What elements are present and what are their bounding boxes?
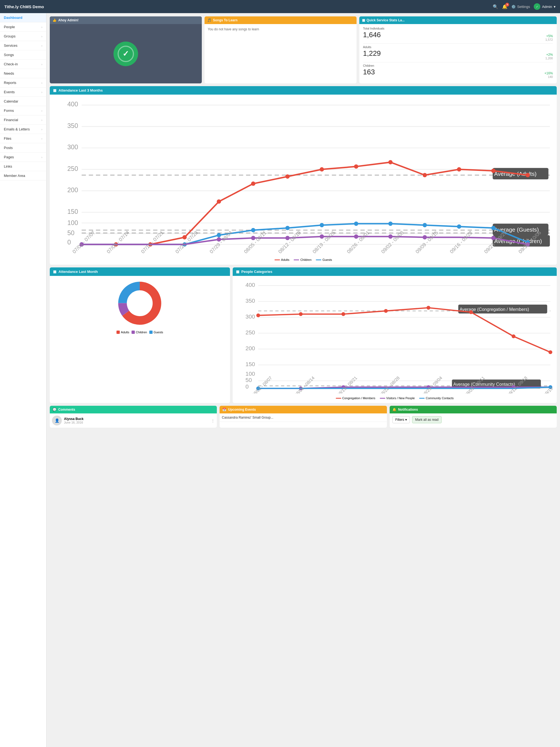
sidebar-item-forms[interactable]: Forms › (0, 106, 46, 115)
grid-icon: ▦ (362, 18, 365, 22)
chevron-right-icon: › (41, 128, 42, 131)
comment-icon: 💬 (52, 408, 57, 412)
svg-point-80 (128, 292, 151, 315)
svg-point-39 (491, 169, 496, 173)
songs-message: You do not have any songs to learn (208, 27, 259, 31)
chevron-down-icon: ▾ (405, 418, 407, 422)
legend-adults: Adults (275, 258, 289, 261)
welcome-card: 👍 Ahoy Admin! ✓ (50, 17, 202, 83)
svg-point-35 (354, 164, 358, 169)
notifications-card: 🔔 Notifications Filters ▾ Mark all as re… (390, 406, 557, 428)
sidebar-item-financial[interactable]: Financial › (0, 115, 46, 125)
visitors-line-icon (380, 398, 385, 398)
children-change: +16% (544, 71, 553, 75)
svg-point-50 (457, 225, 461, 229)
sidebar-item-posts[interactable]: Posts (0, 143, 46, 153)
sidebar-item-dashboard[interactable]: Dashboard (0, 13, 46, 22)
svg-point-44 (251, 228, 255, 232)
attendance-3m-title: Attendance Last 3 Months (58, 88, 103, 93)
svg-point-49 (423, 223, 427, 227)
sidebar-item-needs[interactable]: Needs (0, 69, 46, 78)
donut-legend: Adults Children Guests (117, 331, 163, 334)
sidebar-item-people[interactable]: People › (0, 22, 46, 32)
total-value: 1,646 (363, 31, 381, 39)
bell-icon: 🔔 (392, 408, 397, 412)
calendar-icon: 📅 (222, 408, 226, 412)
chevron-down-icon: ▾ (554, 5, 556, 9)
sidebar-item-pages[interactable]: Pages › (0, 153, 46, 162)
sidebar-item-emails[interactable]: Emails & Letters › (0, 125, 46, 134)
more-options-icon[interactable]: ⋮ (211, 419, 215, 423)
notif-badge: 5 (505, 3, 509, 6)
mark-all-read-button[interactable]: Mark all as read (412, 416, 441, 423)
guests-label: Guests (154, 331, 163, 334)
attendance-3m-body: 400 350 300 250 200 150 100 50 0 (50, 95, 557, 265)
comment-item: 👤 Alyssa Buck June 16, 2016 ⋮ (50, 413, 217, 428)
svg-point-31 (217, 199, 221, 204)
children-prev: 140 (544, 75, 553, 78)
comments-card: 💬 Comments 👤 Alyssa Buck June 16, 2016 ⋮ (50, 406, 217, 428)
filters-button[interactable]: Filters ▾ (392, 416, 410, 423)
sidebar-item-services[interactable]: Services › (0, 41, 46, 50)
chevron-right-icon: › (41, 25, 42, 29)
chevron-right-icon: › (41, 44, 42, 47)
attendance-3m-section: ▦ Attendance Last 3 Months 400 350 300 2… (50, 86, 557, 265)
adults-line-icon (275, 259, 280, 260)
children-stat: Children 163 +16% 140 (363, 64, 553, 78)
sidebar-item-checkin[interactable]: Check-in › (0, 60, 46, 69)
adults-value: 1,229 (363, 49, 381, 58)
svg-text:08/01 - 08/07: 08/01 - 08/07 (251, 376, 273, 394)
children-line-icon (294, 259, 299, 260)
sidebar-item-events[interactable]: Events › (0, 87, 46, 97)
adults-stat: Adults 1,229 +2% 1,200 (363, 45, 553, 60)
legend-congregation: Congregation / Members (336, 396, 376, 400)
comment-date: June 16, 2016 (64, 421, 209, 424)
svg-point-48 (388, 222, 393, 226)
chevron-right-icon: › (41, 137, 42, 140)
sidebar-item-member-area[interactable]: Member Area (0, 171, 46, 180)
comment-text: Alyssa Buck June 16, 2016 (64, 417, 209, 424)
notifications-icon[interactable]: 🔔 5 (502, 4, 508, 9)
svg-point-36 (388, 160, 393, 164)
chevron-right-icon: › (41, 62, 42, 66)
sidebar-item-reports[interactable]: Reports › (0, 78, 46, 87)
music-icon: 🎵 (207, 18, 211, 22)
svg-point-51 (491, 226, 496, 230)
main-content: 👍 Ahoy Admin! ✓ 🎵 Songs To Learn (47, 13, 560, 747)
sidebar-item-groups[interactable]: Groups › (0, 32, 46, 41)
svg-text:250: 250 (67, 165, 78, 172)
people-categories-body: 400 350 300 250 200 150 100 50 0 (233, 276, 557, 403)
settings-button[interactable]: ⚙️ Settings (511, 5, 530, 9)
guests-line-icon (316, 259, 321, 260)
chevron-right-icon: › (41, 91, 42, 94)
sidebar-item-links[interactable]: Links (0, 162, 46, 171)
sidebar-item-calendar[interactable]: Calendar (0, 97, 46, 106)
app-header: Tithe.ly ChMS Demo 🔍 🔔 5 ⚙️ Settings ✓ A… (0, 0, 560, 13)
attendance-3m-chart: 400 350 300 250 200 150 100 50 0 (53, 98, 554, 255)
svg-point-32 (251, 182, 255, 186)
adults-legend-label: Adults (281, 258, 289, 261)
svg-text:50: 50 (67, 229, 74, 236)
app-logo-icon: ✓ (113, 42, 138, 66)
admin-menu[interactable]: ✓ Admin ▾ (534, 3, 556, 10)
filters-label: Filters (396, 418, 404, 422)
sidebar-item-songs[interactable]: Songs (0, 50, 46, 60)
app-logo: Tithe.ly ChMS Demo (4, 4, 493, 9)
svg-text:08/08 - 08/14: 08/08 - 08/14 (294, 376, 315, 394)
svg-point-106 (341, 312, 345, 316)
upcoming-events-title: Upcoming Events (228, 408, 256, 412)
svg-text:08/29 - 09/04: 08/29 - 09/04 (421, 376, 443, 394)
gear-icon: ⚙️ (511, 5, 516, 9)
svg-point-33 (285, 175, 290, 179)
svg-point-110 (512, 334, 515, 338)
svg-text:350: 350 (67, 122, 78, 129)
upcoming-events-header: 📅 Upcoming Events (220, 406, 387, 413)
legend-children: Children (294, 258, 311, 261)
sidebar-item-files[interactable]: Files › (0, 134, 46, 143)
congregation-label: Congregation / Members (342, 396, 376, 400)
children-dot-icon (131, 331, 135, 334)
children-legend-label: Children (300, 258, 311, 261)
search-icon[interactable]: 🔍 (493, 4, 498, 9)
svg-text:200: 200 (67, 186, 78, 194)
svg-text:100: 100 (67, 219, 78, 226)
